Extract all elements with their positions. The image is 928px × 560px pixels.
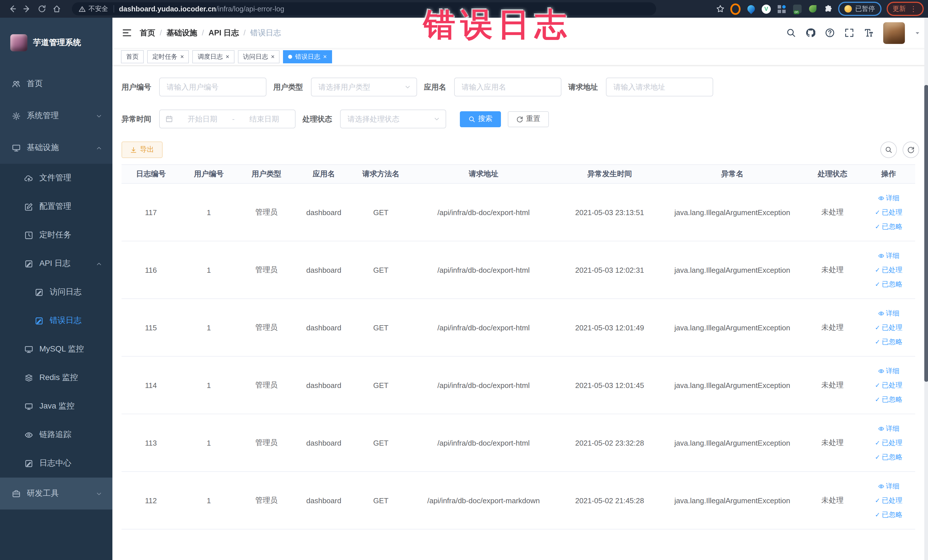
sidebar-logo-row[interactable]: 芋道管理系统 (0, 18, 112, 68)
chevron-down-icon (96, 113, 102, 119)
column-header-6: 异常发生时间 (557, 165, 662, 183)
browser-forward-button[interactable] (20, 2, 34, 16)
refresh-table-button[interactable] (902, 142, 919, 158)
close-icon[interactable]: × (226, 53, 229, 60)
browser-reload-button[interactable] (34, 2, 49, 16)
help-icon[interactable] (825, 28, 835, 38)
column-header-5: 请求地址 (410, 165, 557, 183)
exception-time-range-picker[interactable]: 开始日期 - 结束日期 (159, 110, 296, 128)
breadcrumb-api-log[interactable]: API 日志 (209, 27, 239, 38)
browser-profile-button[interactable]: 已暂停 (838, 2, 881, 16)
sidebar: 芋道管理系统 首页系统管理基础设施文件管理配置管理定时任务API 日志访问日志错… (0, 18, 112, 560)
search-button[interactable]: 搜索 (460, 111, 501, 127)
toggle-search-button[interactable] (880, 142, 897, 158)
github-icon[interactable] (805, 28, 815, 38)
tab-access-log[interactable]: 访问日志× (238, 50, 280, 63)
sidebar-item-config[interactable]: 配置管理 (0, 192, 112, 221)
detail-link[interactable]: 详细 (864, 364, 913, 378)
ext-leaf-icon[interactable] (807, 4, 818, 14)
sidebar-item-job[interactable]: 定时任务 (0, 221, 112, 249)
processed-link[interactable]: ✓已处理 (864, 493, 913, 508)
ext-switch-on-icon[interactable]: on (792, 4, 802, 14)
sidebar-item-dev-tools[interactable]: 研发工具 (0, 478, 112, 510)
fullscreen-icon[interactable] (844, 28, 854, 38)
sidebar-item-label: 文件管理 (40, 173, 71, 183)
sidebar-item-error-log[interactable]: 错误日志 (0, 307, 112, 335)
cell-app: dashboard (296, 414, 352, 471)
detail-link[interactable]: 详细 (864, 249, 913, 263)
security-chip[interactable]: 不安全 (79, 5, 108, 13)
detail-link[interactable]: 详细 (864, 421, 913, 436)
processed-link[interactable]: ✓已处理 (864, 205, 913, 220)
breadcrumb-error-log: 错误日志 (250, 27, 281, 38)
breadcrumb-home[interactable]: 首页 (140, 27, 155, 38)
user-id-input[interactable] (159, 78, 266, 96)
tab-home[interactable]: 首页 (121, 50, 144, 63)
avatar-caret-down-icon[interactable] (914, 30, 920, 36)
sidebar-item-access-log[interactable]: 访问日志 (0, 278, 112, 307)
breadcrumb-infra[interactable]: 基础设施 (166, 27, 197, 38)
edit-icon (24, 202, 33, 211)
sidebar-item-redis[interactable]: Redis 监控 (0, 363, 112, 392)
ext-adblock-icon[interactable] (730, 4, 740, 14)
bookmark-star-icon[interactable] (715, 4, 725, 14)
cloud-upload-icon (24, 174, 33, 182)
header-search-icon[interactable] (786, 28, 796, 38)
sidebar-item-java[interactable]: Java 监控 (0, 392, 112, 421)
ignored-link[interactable]: ✓已忽略 (864, 220, 913, 233)
scrollbar-thumb[interactable] (924, 85, 928, 382)
ext-vue-devtools-icon[interactable]: V (761, 4, 771, 14)
ext-shield-icon[interactable] (746, 4, 756, 14)
browser-menu-icon[interactable]: ⋮ (910, 5, 917, 12)
export-button[interactable]: 导出 (122, 142, 163, 158)
close-icon[interactable]: × (323, 53, 327, 60)
processed-link[interactable]: ✓已处理 (864, 320, 913, 335)
sidebar-item-infra[interactable]: 基础设施 (0, 132, 112, 164)
browser-home-button[interactable] (49, 2, 64, 16)
profile-status-label: 已暂停 (855, 5, 875, 13)
ext-grid-icon[interactable] (777, 4, 787, 14)
sidebar-item-system[interactable]: 系统管理 (0, 100, 112, 132)
ignored-link[interactable]: ✓已忽略 (864, 450, 913, 464)
browser-back-button[interactable] (5, 2, 20, 16)
ignored-link[interactable]: ✓已忽略 (864, 508, 913, 522)
column-header-0: 日志编号 (122, 165, 180, 183)
sidebar-item-mysql[interactable]: MySQL 监控 (0, 335, 112, 363)
tab-job[interactable]: 定时任务× (147, 50, 189, 63)
font-size-icon[interactable] (864, 28, 873, 38)
bookmark-star-icon (716, 5, 724, 13)
sidebar-item-label: 基础设施 (27, 143, 59, 153)
cell-actions: 详细✓已处理✓已忽略 (862, 356, 915, 414)
request-url-input[interactable] (606, 78, 713, 96)
user-avatar[interactable] (883, 22, 905, 44)
sidebar-item-file[interactable]: 文件管理 (0, 164, 112, 192)
app-name-input[interactable] (454, 78, 562, 96)
browser-update-chip[interactable]: 更新 ⋮ (886, 2, 923, 16)
ignored-link[interactable]: ✓已忽略 (864, 392, 913, 406)
reset-button[interactable]: 重置 (508, 111, 549, 127)
column-header-8: 处理状态 (803, 165, 862, 183)
text-size-icon (864, 28, 873, 38)
sidebar-item-home[interactable]: 首页 (0, 68, 112, 100)
tab-error-log[interactable]: 错误日志× (283, 50, 332, 63)
extensions-puzzle-icon (824, 5, 832, 13)
detail-link[interactable]: 详细 (864, 191, 913, 205)
hamburger-icon[interactable] (112, 29, 140, 37)
detail-link[interactable]: 详细 (864, 479, 913, 493)
ignored-link[interactable]: ✓已忽略 (864, 335, 913, 349)
detail-link[interactable]: 详细 (864, 306, 913, 320)
sidebar-item-trace[interactable]: 链路追踪 (0, 421, 112, 449)
sidebar-item-log-center[interactable]: 日志中心 (0, 449, 112, 478)
user-type-select[interactable]: 请选择用户类型 (311, 78, 417, 96)
sidebar-item-api-log[interactable]: API 日志 (0, 249, 112, 278)
ignored-link[interactable]: ✓已忽略 (864, 277, 913, 291)
processed-link[interactable]: ✓已处理 (864, 263, 913, 277)
tab-job-log[interactable]: 调度日志× (192, 50, 235, 63)
close-icon[interactable]: × (180, 53, 184, 60)
close-icon[interactable]: × (271, 53, 275, 60)
process-status-select[interactable]: 请选择处理状态 (340, 110, 446, 128)
processed-link[interactable]: ✓已处理 (864, 378, 913, 392)
extensions-puzzle-icon[interactable] (823, 4, 833, 14)
processed-link[interactable]: ✓已处理 (864, 436, 913, 450)
profile-avatar (844, 5, 852, 12)
